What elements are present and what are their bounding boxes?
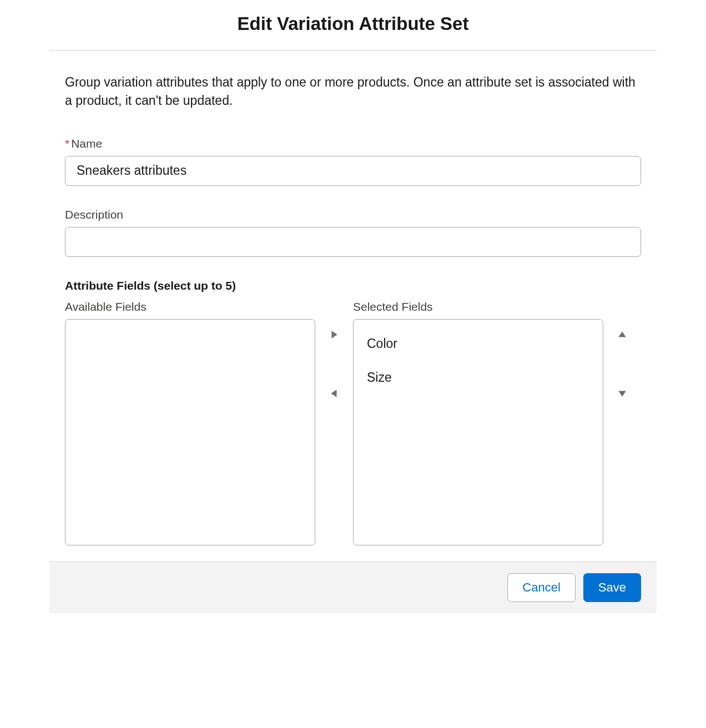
move-buttons-column xyxy=(315,300,353,402)
name-input[interactable] xyxy=(65,156,641,186)
dual-listbox: Available Fields Selected Fields ColorSi… xyxy=(65,300,641,545)
selected-fields-label: Selected Fields xyxy=(353,300,603,314)
name-label: *Name xyxy=(65,137,641,150)
name-field-group: *Name xyxy=(65,137,641,186)
list-item[interactable]: Color xyxy=(365,331,592,357)
description-input[interactable] xyxy=(65,227,641,257)
available-fields-column: Available Fields xyxy=(65,300,315,545)
save-button[interactable]: Save xyxy=(583,573,641,602)
reorder-buttons-column xyxy=(603,300,641,402)
move-up-button[interactable] xyxy=(613,326,631,343)
dialog-body: Group variation attributes that apply to… xyxy=(49,51,657,561)
description-label: Description xyxy=(65,208,641,221)
triangle-up-icon xyxy=(617,330,627,340)
triangle-right-icon xyxy=(329,330,339,340)
list-item[interactable]: Size xyxy=(365,365,592,391)
selected-fields-listbox[interactable]: ColorSize xyxy=(353,319,603,545)
intro-text: Group variation attributes that apply to… xyxy=(65,73,641,110)
dialog-header: Edit Variation Attribute Set xyxy=(49,0,657,51)
required-indicator: * xyxy=(65,137,69,150)
dialog-title: Edit Variation Attribute Set xyxy=(49,13,657,34)
move-right-button[interactable] xyxy=(325,326,343,343)
selected-fields-column: Selected Fields ColorSize xyxy=(353,300,603,545)
cancel-button[interactable]: Cancel xyxy=(507,573,575,602)
description-field-group: Description xyxy=(65,208,641,257)
attribute-fields-section: Attribute Fields (select up to 5) Availa… xyxy=(65,279,641,545)
edit-variation-attribute-set-dialog: Edit Variation Attribute Set Group varia… xyxy=(49,0,657,613)
available-fields-label: Available Fields xyxy=(65,300,315,314)
attribute-fields-heading: Attribute Fields (select up to 5) xyxy=(65,279,641,292)
triangle-down-icon xyxy=(617,388,627,398)
available-fields-listbox[interactable] xyxy=(65,319,315,545)
triangle-left-icon xyxy=(329,388,339,398)
name-label-text: Name xyxy=(71,137,102,150)
move-down-button[interactable] xyxy=(613,385,631,402)
dialog-footer: Cancel Save xyxy=(49,561,657,613)
move-left-button[interactable] xyxy=(325,385,343,402)
